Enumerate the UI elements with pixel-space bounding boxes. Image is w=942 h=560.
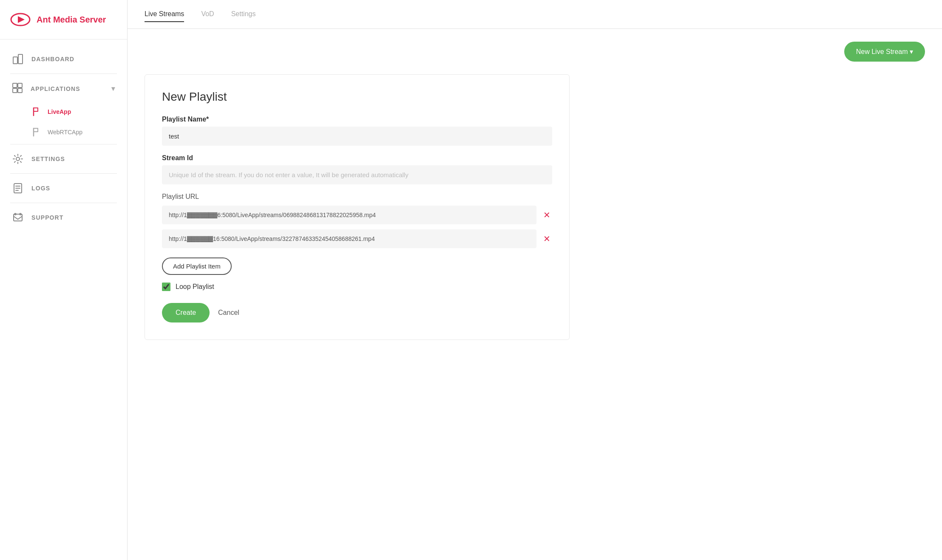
form-actions: Create Cancel (162, 303, 552, 322)
loop-playlist-label[interactable]: Loop Playlist (176, 283, 214, 291)
divider-2 (10, 144, 117, 144)
sidebar-item-dashboard-label: DASHBOARD (31, 56, 74, 62)
tab-live-streams[interactable]: Live Streams (145, 7, 184, 22)
stream-id-label: Stream Id (162, 154, 552, 162)
support-icon (12, 212, 24, 223)
url-remove-button-1[interactable]: ✕ (542, 208, 552, 222)
url-input-1[interactable] (162, 206, 536, 224)
sidebar-item-logs-label: LOGS (31, 185, 50, 192)
url-row-1: ✕ (162, 206, 552, 224)
close-icon-1: ✕ (543, 210, 550, 220)
loop-playlist-checkbox[interactable] (162, 283, 170, 291)
svg-rect-5 (18, 83, 22, 88)
top-nav: Live Streams VoD Settings (128, 0, 942, 29)
playlist-name-input[interactable] (162, 127, 552, 146)
stream-id-group: Stream Id (162, 154, 552, 184)
sidebar-item-liveapp-label: LiveApp (48, 108, 71, 115)
svg-rect-2 (13, 57, 17, 64)
sidebar-item-logs[interactable]: LOGS (0, 175, 127, 201)
svg-rect-3 (18, 54, 23, 64)
loop-playlist-row: Loop Playlist (162, 283, 552, 291)
url-remove-button-2[interactable]: ✕ (542, 232, 552, 246)
new-playlist-form: New Playlist Playlist Name* Stream Id Pl… (145, 74, 570, 340)
sidebar-item-support-label: SUPPORT (31, 214, 64, 221)
svg-rect-7 (18, 88, 22, 93)
divider-1 (10, 74, 117, 74)
brand-name: Ant Media Server (37, 15, 106, 25)
form-title: New Playlist (162, 90, 552, 104)
sidebar: Ant Media Server DASHBOARD (0, 0, 128, 560)
ant-media-logo-icon (10, 9, 31, 30)
sidebar-item-applications[interactable]: APPLICATIONS ▾ (0, 76, 127, 102)
tab-vod[interactable]: VoD (201, 7, 214, 22)
sidebar-item-settings[interactable]: SETTINGS (0, 146, 127, 172)
url-input-2[interactable] (162, 229, 536, 248)
webrtcapp-icon (31, 128, 40, 136)
sidebar-item-settings-label: SETTINGS (31, 156, 65, 162)
divider-3 (10, 173, 117, 174)
svg-rect-4 (13, 83, 17, 88)
stream-id-input[interactable] (162, 165, 552, 184)
applications-dropdown-icon: ▾ (111, 85, 115, 93)
cancel-button[interactable]: Cancel (218, 309, 239, 317)
top-tabs: Live Streams VoD Settings (145, 7, 255, 22)
playlist-url-label: Playlist URL (162, 193, 552, 201)
new-live-stream-button[interactable]: New Live Stream ▾ (844, 42, 925, 62)
svg-rect-6 (13, 88, 17, 93)
page-content: New Live Stream ▾ New Playlist Playlist … (128, 29, 942, 560)
sidebar-nav: DASHBOARD APPLICATIONS ▾ (0, 40, 127, 560)
dashboard-icon (12, 53, 24, 65)
close-icon-2: ✕ (543, 234, 550, 244)
add-playlist-item-button[interactable]: Add Playlist Item (162, 257, 232, 275)
sidebar-item-support[interactable]: SUPPORT (0, 205, 127, 230)
svg-marker-1 (18, 16, 25, 23)
playlist-url-section: Playlist URL ✕ ✕ (162, 193, 552, 248)
sidebar-item-applications-label: APPLICATIONS (31, 85, 80, 92)
create-button[interactable]: Create (162, 303, 210, 322)
playlist-name-label: Playlist Name* (162, 116, 552, 123)
logs-icon (12, 182, 24, 194)
sidebar-item-webrtcapp-label: WebRTCApp (48, 129, 82, 136)
sidebar-item-webrtcapp[interactable]: WebRTCApp (0, 122, 127, 142)
sidebar-item-dashboard[interactable]: DASHBOARD (0, 46, 127, 72)
url-row-2: ✕ (162, 229, 552, 248)
liveapp-icon (31, 107, 40, 116)
divider-4 (10, 203, 117, 203)
main-content: Live Streams VoD Settings New Live Strea… (128, 0, 942, 560)
settings-icon (12, 153, 24, 165)
applications-icon (12, 82, 23, 95)
sidebar-item-liveapp[interactable]: LiveApp (0, 102, 127, 122)
playlist-name-group: Playlist Name* (162, 116, 552, 146)
svg-point-8 (16, 157, 20, 161)
sidebar-logo: Ant Media Server (0, 0, 127, 40)
new-stream-btn-wrap: New Live Stream ▾ (145, 42, 925, 62)
tab-settings[interactable]: Settings (231, 7, 256, 22)
